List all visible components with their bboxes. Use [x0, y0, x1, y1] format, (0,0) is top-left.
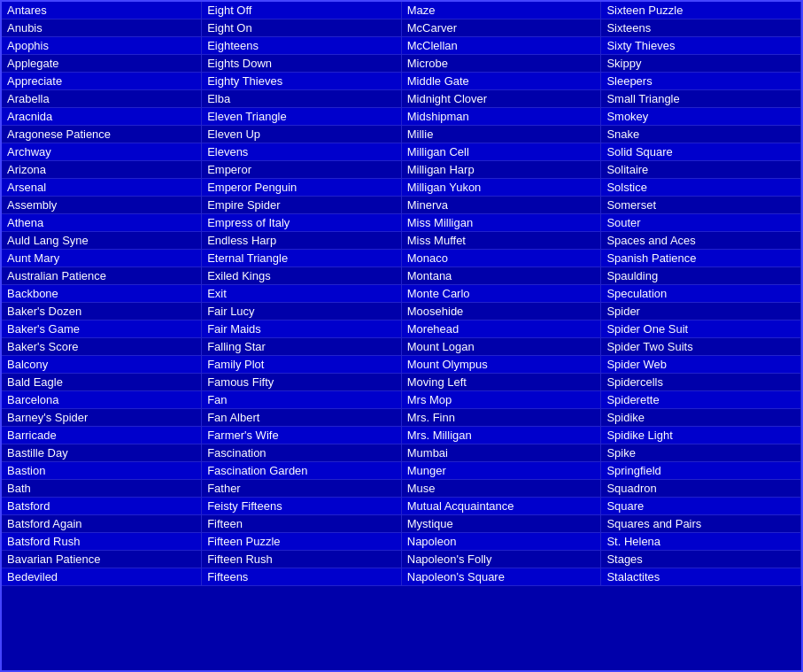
table-cell: Mount Logan: [401, 338, 601, 356]
table-row: ArsenalEmperor PenguinMilligan YukonSols…: [2, 179, 801, 197]
table-row: Bald EagleFamous FiftyMoving LeftSpiderc…: [2, 374, 801, 391]
table-cell: Napoleon's Folly: [401, 551, 601, 568]
table-cell: Antares: [2, 2, 202, 19]
table-cell: Arabella: [2, 90, 202, 108]
table-cell: Exit: [202, 285, 402, 303]
table-cell: Famous Fifty: [202, 374, 402, 391]
table-row: Australian PatienceExiled KingsMontanaSp…: [2, 267, 801, 285]
table-cell: Aragonese Patience: [2, 126, 202, 143]
table-cell: Eleven Triangle: [202, 108, 402, 126]
table-cell: Baker's Score: [2, 338, 202, 356]
table-cell: Stalactites: [601, 568, 801, 586]
table-cell: Muse: [401, 480, 601, 498]
table-cell: Somerset: [601, 197, 801, 214]
table-cell: Eleven Up: [202, 126, 402, 143]
table-cell: Aracnida: [2, 108, 202, 126]
table-row: Barney's SpiderFan AlbertMrs. FinnSpidik…: [2, 409, 801, 427]
table-cell: Falling Star: [202, 338, 402, 356]
table-row: BackboneExitMonte CarloSpeculation: [2, 285, 801, 303]
table-row: ApophisEighteensMcClellanSixty Thieves: [2, 37, 801, 55]
table-cell: Snake: [601, 126, 801, 143]
table-cell: Spike: [601, 444, 801, 462]
table-cell: Sixty Thieves: [601, 37, 801, 55]
table-cell: Stages: [601, 551, 801, 568]
table-cell: Exiled Kings: [202, 267, 402, 285]
table-cell: Bedeviled: [2, 568, 202, 586]
table-cell: Bath: [2, 480, 202, 498]
table-cell: Emperor: [202, 161, 402, 179]
table-cell: Fifteen Puzzle: [202, 533, 402, 551]
table-row: Aunt MaryEternal TriangleMonacoSpanish P…: [2, 250, 801, 267]
table-cell: Spider Two Suits: [601, 338, 801, 356]
table-cell: Appreciate: [2, 73, 202, 90]
table-cell: Montana: [401, 267, 601, 285]
table-cell: Sixteen Puzzle: [601, 2, 801, 19]
table-cell: Fascination: [202, 444, 402, 462]
table-cell: McCarver: [401, 19, 601, 37]
table-cell: Batsford: [2, 498, 202, 515]
table-cell: Elba: [202, 90, 402, 108]
table-row: AracnidaEleven TriangleMidshipmanSmokey: [2, 108, 801, 126]
table-cell: Napoleon: [401, 533, 601, 551]
table-cell: Bastille Day: [2, 444, 202, 462]
table-row: AppreciateEighty ThievesMiddle GateSleep…: [2, 73, 801, 90]
table-row: ArizonaEmperorMilligan HarpSolitaire: [2, 161, 801, 179]
table-cell: Skippy: [601, 55, 801, 73]
table-cell: Springfield: [601, 462, 801, 480]
table-cell: Eternal Triangle: [202, 250, 402, 267]
table-cell: Father: [202, 480, 402, 498]
table-cell: Assembly: [2, 197, 202, 214]
table-cell: Maze: [401, 2, 601, 19]
table-cell: Middle Gate: [401, 73, 601, 90]
table-cell: Midnight Clover: [401, 90, 601, 108]
table-cell: Munger: [401, 462, 601, 480]
table-row: BarricadeFarmer's WifeMrs. MilliganSpidi…: [2, 427, 801, 444]
table-cell: Baker's Dozen: [2, 303, 202, 321]
table-cell: Feisty Fifteens: [202, 498, 402, 515]
table-cell: Solstice: [601, 179, 801, 197]
table-cell: Miss Muffet: [401, 232, 601, 250]
table-cell: Souter: [601, 214, 801, 232]
table-cell: Mount Olympus: [401, 356, 601, 374]
table-cell: Archway: [2, 143, 202, 161]
table-cell: Emperor Penguin: [202, 179, 402, 197]
table-cell: Farmer's Wife: [202, 427, 402, 444]
table-cell: Milligan Cell: [401, 143, 601, 161]
table-cell: Fifteen Rush: [202, 551, 402, 568]
table-cell: Small Triangle: [601, 90, 801, 108]
table-cell: Smokey: [601, 108, 801, 126]
table-cell: Spanish Patience: [601, 250, 801, 267]
table-cell: Barricade: [2, 427, 202, 444]
table-row: Baker's DozenFair LucyMoosehideSpider: [2, 303, 801, 321]
table-cell: Moosehide: [401, 303, 601, 321]
table-cell: Sixteens: [601, 19, 801, 37]
table-cell: Solitaire: [601, 161, 801, 179]
table-row: BalconyFamily PlotMount OlympusSpider We…: [2, 356, 801, 374]
table-cell: Fair Lucy: [202, 303, 402, 321]
table-cell: Mystique: [401, 515, 601, 533]
table-cell: Endless Harp: [202, 232, 402, 250]
table-cell: Miss Milligan: [401, 214, 601, 232]
table-cell: Midshipman: [401, 108, 601, 126]
table-cell: Empress of Italy: [202, 214, 402, 232]
table-cell: Microbe: [401, 55, 601, 73]
table-cell: Fair Maids: [202, 321, 402, 338]
table-row: Baker's ScoreFalling StarMount LoganSpid…: [2, 338, 801, 356]
table-row: Batsford RushFifteen PuzzleNapoleonSt. H…: [2, 533, 801, 551]
table-cell: Auld Lang Syne: [2, 232, 202, 250]
table-cell: Fifteen: [202, 515, 402, 533]
table-row: Aragonese PatienceEleven UpMillieSnake: [2, 126, 801, 143]
table-cell: Empire Spider: [202, 197, 402, 214]
table-row: ArchwayElevensMilligan CellSolid Square: [2, 143, 801, 161]
table-cell: Baker's Game: [2, 321, 202, 338]
table-row: BarcelonaFanMrs MopSpiderette: [2, 391, 801, 409]
table-cell: Mutual Acquaintance: [401, 498, 601, 515]
table-cell: Bastion: [2, 462, 202, 480]
table-cell: Fascination Garden: [202, 462, 402, 480]
table-cell: Spidike Light: [601, 427, 801, 444]
table-cell: Eights Down: [202, 55, 402, 73]
table-cell: Mrs Mop: [401, 391, 601, 409]
table-cell: Barney's Spider: [2, 409, 202, 427]
table-cell: Anubis: [2, 19, 202, 37]
table-cell: Speculation: [601, 285, 801, 303]
